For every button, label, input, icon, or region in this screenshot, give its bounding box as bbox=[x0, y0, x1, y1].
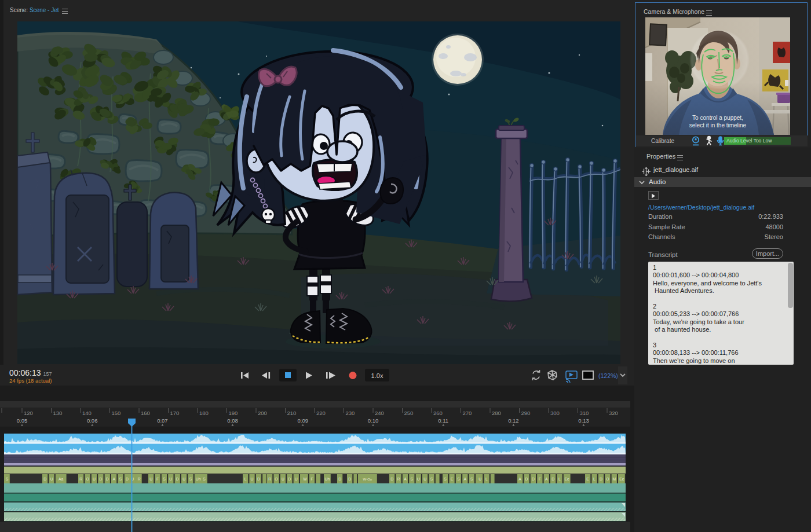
svg-text:260: 260 bbox=[433, 410, 443, 416]
svg-text:S: S bbox=[457, 477, 460, 481]
svg-text:D: D bbox=[551, 477, 554, 481]
svg-text:M: M bbox=[612, 477, 616, 481]
svg-text:R: R bbox=[397, 477, 400, 481]
svg-text:U: U bbox=[149, 477, 152, 481]
svg-text:L: L bbox=[485, 477, 488, 481]
svg-text:D: D bbox=[257, 477, 260, 481]
svg-text:0:09: 0:09 bbox=[298, 417, 309, 424]
svg-text:U: U bbox=[478, 477, 481, 481]
svg-text:To control a puppet,: To control a puppet, bbox=[692, 115, 743, 121]
svg-text:E: E bbox=[586, 477, 589, 481]
svg-text:F: F bbox=[310, 477, 313, 481]
svg-text:U: U bbox=[251, 477, 254, 481]
svg-text:S: S bbox=[203, 477, 206, 481]
svg-text:0:05: 0:05 bbox=[17, 417, 28, 424]
svg-text:S: S bbox=[430, 477, 433, 481]
svg-text:230: 230 bbox=[346, 410, 355, 416]
svg-text:190: 190 bbox=[229, 410, 238, 416]
svg-text:F: F bbox=[539, 477, 541, 481]
svg-text:S: S bbox=[163, 477, 166, 481]
svg-text:1.0x: 1.0x bbox=[371, 372, 383, 379]
svg-text:U: U bbox=[50, 477, 53, 481]
svg-text:170: 170 bbox=[170, 410, 180, 416]
svg-text:D: D bbox=[525, 477, 528, 481]
svg-text:300: 300 bbox=[550, 410, 560, 416]
svg-text:140: 140 bbox=[82, 410, 92, 416]
svg-text:W-Oo: W-Oo bbox=[363, 478, 372, 481]
svg-text:W: W bbox=[303, 477, 307, 481]
svg-text:D: D bbox=[99, 477, 102, 481]
svg-text:O: O bbox=[86, 477, 89, 481]
svg-text:180: 180 bbox=[199, 410, 209, 416]
svg-text:D: D bbox=[600, 477, 602, 481]
svg-text:S: S bbox=[119, 477, 122, 481]
svg-text:0:12: 0:12 bbox=[508, 417, 519, 424]
svg-text:320: 320 bbox=[609, 410, 618, 416]
svg-text:240: 240 bbox=[375, 410, 384, 416]
svg-text:S: S bbox=[470, 477, 473, 481]
svg-text:F: F bbox=[156, 477, 159, 481]
svg-text:280: 280 bbox=[492, 410, 501, 416]
svg-text:D: D bbox=[288, 477, 291, 481]
svg-text:Uh: Uh bbox=[196, 477, 201, 481]
svg-text:A: A bbox=[464, 477, 467, 481]
svg-text:U: U bbox=[169, 477, 172, 481]
svg-text:R: R bbox=[268, 477, 271, 481]
svg-text:220: 220 bbox=[316, 410, 326, 416]
svg-text:A: A bbox=[518, 477, 521, 481]
svg-text:270: 270 bbox=[463, 410, 472, 416]
svg-text:D: D bbox=[176, 477, 179, 481]
svg-text:D: D bbox=[532, 477, 535, 481]
svg-text:L: L bbox=[244, 477, 247, 481]
svg-text:S: S bbox=[444, 477, 447, 481]
svg-text:R: R bbox=[138, 477, 141, 481]
svg-text:D: D bbox=[348, 477, 351, 481]
svg-text:R: R bbox=[79, 477, 82, 481]
svg-text:0:06: 0:06 bbox=[87, 417, 98, 424]
svg-text:0:11: 0:11 bbox=[438, 417, 448, 424]
svg-text:Ee: Ee bbox=[619, 477, 624, 481]
svg-text:select it in the timeline: select it in the timeline bbox=[689, 122, 747, 129]
svg-text:Uh: Uh bbox=[325, 477, 330, 481]
svg-text:D: D bbox=[338, 477, 341, 481]
svg-text:D: D bbox=[390, 477, 393, 481]
svg-text:A: A bbox=[112, 477, 115, 481]
svg-text:A: A bbox=[404, 477, 407, 481]
svg-text:250: 250 bbox=[404, 410, 414, 416]
svg-text:120: 120 bbox=[24, 410, 33, 416]
svg-text:0:07: 0:07 bbox=[157, 417, 168, 424]
svg-text:Aa: Aa bbox=[59, 477, 64, 481]
svg-text:150: 150 bbox=[112, 410, 121, 416]
svg-text:U: U bbox=[93, 477, 96, 481]
svg-text:L: L bbox=[558, 477, 561, 481]
svg-text:U: U bbox=[282, 477, 284, 481]
svg-text:310: 310 bbox=[580, 410, 589, 416]
svg-text:210: 210 bbox=[287, 410, 297, 416]
svg-text:(122%): (122%) bbox=[598, 372, 618, 379]
svg-text:A: A bbox=[545, 477, 548, 481]
svg-text:200: 200 bbox=[258, 410, 267, 416]
svg-text:0:08: 0:08 bbox=[227, 417, 238, 424]
svg-text:D: D bbox=[106, 477, 109, 481]
svg-text:O: O bbox=[606, 477, 609, 481]
svg-text:Ee: Ee bbox=[565, 477, 570, 481]
svg-text:290: 290 bbox=[521, 410, 531, 416]
svg-text:E: E bbox=[451, 477, 454, 481]
svg-text:O: O bbox=[275, 477, 277, 481]
svg-text:160: 160 bbox=[141, 410, 150, 416]
svg-text:U: U bbox=[182, 477, 185, 481]
svg-text:L: L bbox=[593, 477, 596, 481]
svg-text:S: S bbox=[6, 477, 9, 481]
svg-text:S: S bbox=[411, 477, 414, 481]
svg-text:D: D bbox=[43, 477, 46, 481]
svg-text:0:13: 0:13 bbox=[578, 417, 589, 424]
svg-text:S: S bbox=[189, 477, 192, 481]
svg-text:130: 130 bbox=[53, 410, 63, 416]
svg-text:U: U bbox=[417, 477, 420, 481]
svg-text:U: U bbox=[295, 477, 298, 481]
svg-text:0:10: 0:10 bbox=[368, 417, 379, 424]
svg-text:U: U bbox=[423, 477, 426, 481]
